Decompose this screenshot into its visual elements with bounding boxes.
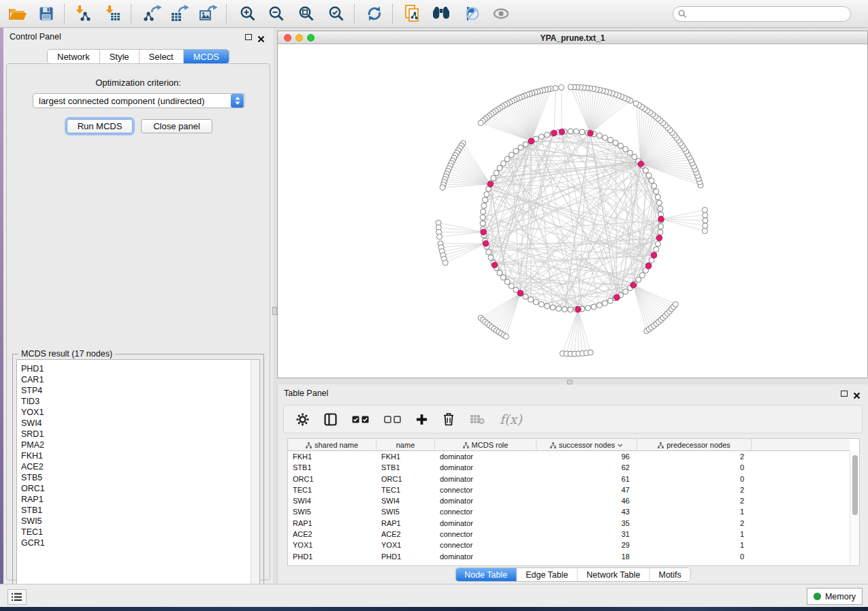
tab-motifs[interactable]: Motifs [649, 568, 690, 581]
task-history-button[interactable] [7, 589, 27, 605]
show-columns-icon[interactable] [324, 413, 337, 426]
criterion-select[interactable]: largest connected component (undirected) [33, 93, 245, 108]
tab-edge-table[interactable]: Edge Table [517, 568, 577, 581]
mcds-result-item[interactable]: RAP1 [17, 494, 250, 505]
import-network-icon[interactable] [71, 2, 95, 25]
mcds-result-item[interactable]: CAR1 [17, 374, 250, 385]
table-scrollbar[interactable] [850, 451, 859, 565]
tab-node-table[interactable]: Node Table [455, 568, 517, 581]
export-image-icon[interactable] [196, 2, 221, 25]
table-row[interactable]: SWI5SWI5connector431 [288, 506, 850, 517]
memory-button[interactable]: Memory [807, 588, 863, 605]
table-row[interactable]: SWI4SWI4dominator462 [288, 495, 850, 506]
table-row[interactable]: ACE2ACE2connector311 [288, 529, 850, 540]
column-type-icon [658, 442, 664, 448]
table-row[interactable]: TEC1TEC1connector472 [288, 484, 850, 495]
table-cell: connector [435, 484, 536, 495]
tab-network-table[interactable]: Network Table [578, 568, 650, 581]
network-window-titlebar[interactable]: YPA_prune.txt_1 [278, 31, 867, 44]
table-row[interactable]: RAP1RAP1dominator352 [288, 518, 850, 529]
column-header-predecessor-nodes[interactable]: predecessor nodes [637, 439, 752, 451]
mcds-result-item[interactable]: STB1 [17, 505, 250, 516]
table-row[interactable]: ORC1ORC1dominator610 [288, 474, 850, 484]
vertical-splitter-handle[interactable] [272, 307, 277, 315]
select-all-icon[interactable] [352, 416, 369, 423]
cytoscape-app: Control Panel NetworkStyleSelectMCDS Opt… [0, 0, 868, 611]
mcds-result-item[interactable]: STP4 [17, 385, 250, 396]
mcds-result-item[interactable]: PHD1 [17, 363, 250, 374]
table-cell: 1 [637, 529, 752, 540]
table-cell: 46 [536, 495, 637, 506]
column-header-shared-name[interactable]: shared name [288, 439, 376, 451]
mcds-result-item[interactable]: ORC1 [17, 483, 250, 494]
table-settings-gear-icon[interactable] [296, 413, 309, 426]
tab-style[interactable]: Style [100, 50, 140, 63]
open-file-icon[interactable] [5, 2, 30, 25]
hide-flag-icon[interactable] [459, 2, 483, 25]
deselect-all-icon[interactable] [384, 416, 401, 423]
table-cell: 1 [637, 540, 752, 550]
table-cell: SWI4 [376, 495, 435, 506]
zoom-in-icon[interactable] [236, 2, 260, 25]
tab-select[interactable]: Select [140, 50, 184, 63]
table-cell: FKH1 [288, 451, 376, 462]
mcds-result-list[interactable]: PHD1CAR1STP4TID3YOX1SWI4SRD1PMA2FKH1ACE2… [16, 359, 260, 602]
optimization-criterion-label: Optimization criterion: [7, 78, 270, 88]
column-header-successor-nodes[interactable]: successor nodes [536, 439, 637, 451]
zoom-out-icon[interactable] [264, 2, 289, 25]
mcds-result-item[interactable]: YOX1 [17, 407, 250, 418]
table-cell: dominator [435, 551, 536, 562]
mcds-scrollbar[interactable] [251, 360, 259, 601]
close-panel-icon[interactable] [257, 33, 265, 41]
mcds-result-item[interactable]: FKH1 [17, 450, 250, 461]
zoom-fit-icon[interactable] [294, 2, 319, 25]
mcds-result-item[interactable]: TEC1 [17, 527, 250, 538]
node-table[interactable]: shared namenameMCDS rolesuccessor nodesp… [287, 438, 860, 566]
mcds-result-item[interactable]: TID3 [17, 396, 250, 407]
close-panel-button[interactable]: Close panel [141, 119, 212, 133]
toolbar-search[interactable] [673, 6, 851, 22]
table-cell: 0 [637, 551, 752, 562]
search-binoculars-icon[interactable] [429, 2, 453, 25]
table-row[interactable]: FKH1FKH1dominator962 [288, 451, 850, 462]
float-table-panel-icon[interactable] [841, 391, 848, 397]
export-network-icon[interactable] [140, 2, 165, 25]
table-row[interactable]: YOX1YOX1connector291 [288, 540, 850, 550]
column-header-MCDS-role[interactable]: MCDS role [435, 439, 536, 451]
table-row[interactable]: PHD1PHD1dominator180 [288, 551, 850, 562]
table-cell: 1 [637, 506, 752, 517]
mcds-result-item[interactable]: STB5 [17, 472, 250, 483]
column-header-name[interactable]: name [376, 439, 435, 451]
add-column-icon[interactable] [416, 414, 428, 425]
share-document-icon[interactable] [400, 2, 425, 25]
mcds-result-item[interactable]: GCR1 [17, 538, 250, 548]
table-row[interactable]: STB1STB1dominator620 [288, 462, 850, 473]
table-cell: STB1 [288, 462, 376, 473]
run-mcds-button[interactable]: Run MCDS [67, 119, 133, 133]
zoom-selected-icon[interactable] [324, 2, 349, 25]
import-table-icon[interactable] [101, 2, 125, 25]
table-cell: dominator [435, 451, 536, 462]
export-table-icon[interactable] [167, 2, 192, 25]
refresh-icon[interactable] [362, 2, 387, 25]
table-cell: SWI4 [288, 495, 376, 506]
close-table-panel-icon[interactable] [853, 390, 861, 397]
table-cell: dominator [435, 518, 536, 529]
float-panel-icon[interactable] [245, 34, 252, 40]
network-canvas[interactable] [278, 44, 867, 378]
save-session-icon[interactable] [34, 2, 59, 25]
table-scrollbar-thumb[interactable] [852, 455, 858, 515]
table-toolbar: f(x) [283, 405, 863, 433]
search-input[interactable] [690, 10, 850, 19]
horizontal-splitter-handle[interactable] [567, 380, 573, 384]
table-cell: 0 [637, 462, 752, 473]
mcds-result-item[interactable]: PMA2 [17, 440, 250, 450]
delete-column-icon[interactable] [443, 412, 455, 426]
tab-network[interactable]: Network [48, 50, 100, 63]
tab-mcds[interactable]: MCDS [184, 50, 229, 63]
mcds-result-item[interactable]: SWI5 [17, 516, 250, 527]
mcds-result-item[interactable]: SRD1 [17, 429, 250, 440]
mcds-result-item[interactable]: ACE2 [17, 461, 250, 472]
table-cell: TEC1 [376, 484, 435, 495]
mcds-result-item[interactable]: SWI4 [17, 418, 250, 429]
